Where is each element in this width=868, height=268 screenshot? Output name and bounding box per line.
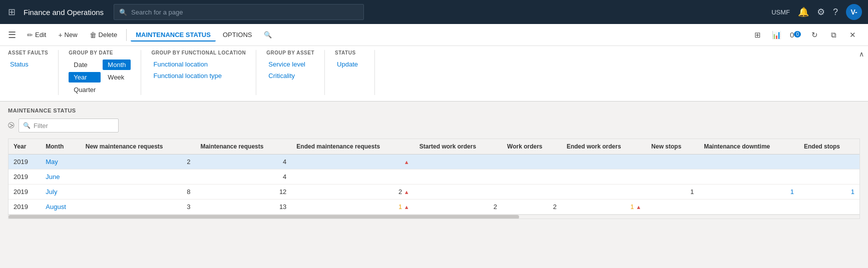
filter-bar: ⧁ 🔍 Filter bbox=[8, 118, 860, 132]
date-btn[interactable]: Date bbox=[69, 60, 101, 70]
filter-input[interactable]: 🔍 Filter bbox=[19, 118, 119, 132]
open-new-window-icon[interactable]: ⧉ bbox=[826, 28, 841, 42]
ribbon-group-asset: GROUP BY ASSET Service level Criticality bbox=[266, 50, 325, 95]
group-by-date-title: GROUP BY DATE bbox=[69, 50, 131, 56]
delete-icon: 🗑 bbox=[90, 31, 97, 39]
table-row[interactable]: 2019May24 ▲ bbox=[9, 154, 859, 170]
new-icon: + bbox=[58, 31, 62, 39]
ribbon-group-location: GROUP BY FUNCTIONAL LOCATION Functional … bbox=[151, 50, 256, 95]
table-header-row: Year Month New maintenance requests Main… bbox=[9, 139, 859, 154]
app-title: Finance and Operations bbox=[24, 8, 104, 16]
tenant-label: USMF bbox=[771, 8, 790, 16]
col-ended-stops[interactable]: Ended stops bbox=[799, 139, 859, 154]
ribbon-panel: ASSET FAULTS Status GROUP BY DATE Date Y… bbox=[0, 46, 868, 102]
group-by-asset-title: GROUP BY ASSET bbox=[266, 50, 314, 56]
table-row[interactable]: 2019July8122 ▲111 bbox=[9, 184, 859, 200]
delete-label: Delete bbox=[99, 31, 118, 38]
group-by-location-title: GROUP BY FUNCTIONAL LOCATION bbox=[151, 50, 246, 56]
year-btn[interactable]: Year bbox=[69, 72, 101, 82]
section-title: MAINTENANCE STATUS bbox=[8, 108, 860, 114]
col-ended-wo[interactable]: Ended work orders bbox=[562, 139, 646, 154]
col-started-wo[interactable]: Started work orders bbox=[414, 139, 502, 154]
status-btn[interactable]: Status bbox=[8, 60, 31, 69]
functional-location-btn[interactable]: Functional location bbox=[151, 60, 224, 69]
col-year[interactable]: Year bbox=[9, 139, 41, 154]
ribbon-collapse-icon[interactable]: ∧ bbox=[859, 50, 864, 58]
asset-faults-title: ASSET FAULTS bbox=[8, 50, 48, 56]
edit-label: Edit bbox=[35, 31, 46, 38]
filter-icon[interactable]: ⧁ bbox=[8, 121, 15, 130]
command-bar: ☰ ✏ Edit + New 🗑 Delete MAINTENANCE STAT… bbox=[0, 24, 868, 46]
top-nav-right: USMF 🔔 ⚙ ? V- bbox=[771, 4, 862, 20]
main-content: MAINTENANCE STATUS ⧁ 🔍 Filter Year Month… bbox=[0, 102, 868, 225]
functional-location-type-btn[interactable]: Functional location type bbox=[151, 71, 224, 80]
quarter-btn[interactable]: Quarter bbox=[69, 84, 101, 95]
refresh-icon[interactable]: ↻ bbox=[807, 28, 822, 42]
table-row[interactable]: 2019August3131 ▲221 ▲ bbox=[9, 200, 859, 214]
user-avatar[interactable]: V- bbox=[846, 4, 862, 20]
global-search[interactable]: 🔍 Search for a page bbox=[114, 4, 364, 20]
col-new-stops[interactable]: New stops bbox=[646, 139, 699, 154]
ribbon-group-date: GROUP BY DATE Date Year Quarter Month We… bbox=[69, 50, 141, 95]
ribbon-group-status: STATUS Update bbox=[335, 50, 375, 95]
tab-maintenance-status[interactable]: MAINTENANCE STATUS bbox=[131, 28, 216, 42]
tab-options-label: OPTIONS bbox=[223, 31, 252, 38]
ribbon-group-asset-faults: ASSET FAULTS Status bbox=[8, 50, 59, 95]
update-btn[interactable]: Update bbox=[335, 60, 360, 69]
search-icon: 🔍 bbox=[119, 8, 127, 16]
col-month[interactable]: Month bbox=[41, 139, 80, 154]
week-btn[interactable]: Week bbox=[103, 72, 131, 82]
new-label: New bbox=[65, 31, 78, 38]
grid-icon[interactable]: ⊞ bbox=[6, 4, 18, 20]
hamburger-icon[interactable]: ☰ bbox=[4, 30, 20, 40]
col-maint-downtime[interactable]: Maintenance downtime bbox=[699, 139, 799, 154]
col-ended-maint-req[interactable]: Ended maintenance requests bbox=[291, 139, 414, 154]
personalize-icon[interactable]: ⊞ bbox=[750, 28, 765, 42]
month-btn[interactable]: Month bbox=[103, 60, 131, 70]
search-placeholder: Search for a page bbox=[131, 8, 183, 16]
top-navigation: ⊞ Finance and Operations 🔍 Search for a … bbox=[0, 0, 868, 24]
new-button[interactable]: + New bbox=[53, 28, 82, 42]
edit-icon: ✏ bbox=[27, 31, 33, 39]
notifications-badge-icon[interactable]: 00 bbox=[788, 28, 803, 42]
criticality-btn[interactable]: Criticality bbox=[266, 71, 307, 80]
notifications-icon[interactable]: 🔔 bbox=[798, 6, 809, 18]
delete-button[interactable]: 🗑 Delete bbox=[85, 28, 123, 42]
tab-options[interactable]: OPTIONS bbox=[218, 28, 257, 42]
command-bar-right: ⊞ 📊 00 ↻ ⧉ ✕ bbox=[750, 28, 864, 42]
tab-maintenance-label: MAINTENANCE STATUS bbox=[136, 31, 211, 38]
service-level-btn[interactable]: Service level bbox=[266, 60, 307, 69]
search-cmd-button[interactable]: 🔍 bbox=[259, 28, 277, 42]
scrollbar-thumb[interactable] bbox=[9, 215, 519, 218]
help-icon[interactable]: ? bbox=[833, 7, 838, 18]
status-group-title: STATUS bbox=[335, 50, 364, 56]
settings-icon[interactable]: ⚙ bbox=[817, 6, 825, 18]
close-icon[interactable]: ✕ bbox=[845, 28, 860, 42]
filter-search-icon: 🔍 bbox=[23, 122, 31, 129]
open-in-excel-icon[interactable]: 📊 bbox=[769, 28, 784, 42]
col-maint-req[interactable]: Maintenance requests bbox=[195, 139, 291, 154]
col-new-maint-req[interactable]: New maintenance requests bbox=[81, 139, 196, 154]
search-cmd-icon: 🔍 bbox=[264, 31, 272, 38]
horizontal-scrollbar[interactable] bbox=[9, 214, 859, 218]
table-row[interactable]: 2019June4 bbox=[9, 170, 859, 184]
filter-placeholder: Filter bbox=[34, 122, 48, 130]
edit-button[interactable]: ✏ Edit bbox=[22, 28, 51, 42]
col-wo[interactable]: Work orders bbox=[502, 139, 562, 154]
data-table: Year Month New maintenance requests Main… bbox=[8, 138, 860, 219]
